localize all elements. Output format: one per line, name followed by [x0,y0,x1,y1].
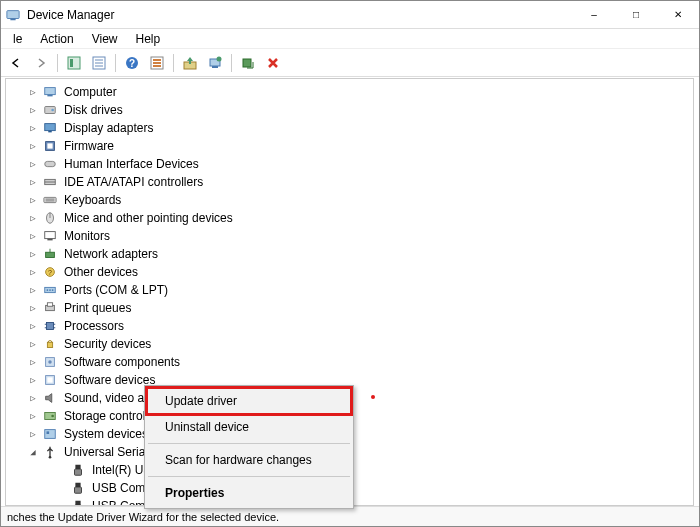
svg-point-58 [51,415,54,418]
svg-point-42 [47,289,49,291]
statusbar: nches the Update Driver Wizard for the s… [1,506,699,526]
svg-rect-62 [75,465,80,469]
svg-rect-20 [47,95,52,97]
security-icon [42,336,58,352]
scan-hardware-icon[interactable] [204,52,226,74]
expander-icon[interactable]: ▷ [26,373,40,387]
tree-node-label: Keyboards [62,193,123,207]
svg-rect-1 [10,18,15,20]
tree-node-label: Mice and other pointing devices [62,211,235,225]
tree-node[interactable]: ▷Ports (COM & LPT) [14,281,693,299]
svg-rect-3 [70,59,73,67]
expander-icon[interactable]: ▷ [26,175,40,189]
menu-help[interactable]: Help [128,31,169,47]
expander-icon[interactable]: ▷ [26,103,40,117]
tree-node-label: Display adapters [62,121,155,135]
expander-icon[interactable]: ▷ [26,283,40,297]
expander-icon[interactable]: ▷ [26,427,40,441]
tree-node[interactable]: ▷IDE ATA/ATAPI controllers [14,173,693,191]
toolbar-separator [231,54,232,72]
update-driver-icon[interactable] [179,52,201,74]
context-menu-item[interactable]: Scan for hardware changes [147,447,351,473]
expander-icon[interactable]: ▷ [26,409,40,423]
tree-node[interactable]: ▷Disk drives [14,101,693,119]
menu-file[interactable]: le [5,31,30,47]
svg-rect-37 [46,252,55,257]
help-icon[interactable]: ? [121,52,143,74]
enable-device-icon[interactable] [237,52,259,74]
device-manager-icon [5,7,21,23]
tree-node[interactable]: ▷Monitors [14,227,693,245]
expander-icon[interactable]: ▷ [26,121,40,135]
back-arrow-icon[interactable] [5,52,27,74]
maximize-button[interactable]: □ [615,1,657,29]
context-menu-separator [148,443,350,444]
svg-rect-56 [47,377,52,382]
expander-icon[interactable]: ◢ [26,445,40,459]
close-button[interactable]: ✕ [657,1,699,29]
svg-rect-30 [44,197,56,202]
tree-node[interactable]: ▷Keyboards [14,191,693,209]
expander-icon[interactable]: ▷ [26,247,40,261]
expander-icon[interactable]: ▷ [26,391,40,405]
svg-point-17 [217,56,222,61]
tree-node-label: Security devices [62,337,153,351]
tree-node[interactable]: ▷Security devices [14,335,693,353]
tree-node[interactable]: ▷Computer [14,83,693,101]
sound-icon [42,390,58,406]
hid-icon [42,156,58,172]
menu-view[interactable]: View [84,31,126,47]
minimize-button[interactable]: – [573,1,615,29]
expander-icon[interactable]: ▷ [26,139,40,153]
tree-node-label: Monitors [62,229,112,243]
tree-node[interactable]: ▷Firmware [14,137,693,155]
svg-point-44 [52,289,54,291]
tree-node-label: Processors [62,319,126,333]
expander-icon[interactable]: ▷ [26,85,40,99]
tree-node[interactable]: ▷Mice and other pointing devices [14,209,693,227]
cpu-icon [42,318,58,334]
tree-node[interactable]: ▷Network adapters [14,245,693,263]
svg-point-22 [51,109,54,112]
context-menu-item[interactable]: Update driver [147,388,351,414]
expander-icon[interactable]: ▷ [26,229,40,243]
tree-node[interactable]: ▷Print queues [14,299,693,317]
tree-node-label: Firmware [62,139,116,153]
expander-icon[interactable]: ▷ [26,319,40,333]
forward-arrow-icon[interactable] [30,52,52,74]
disable-device-icon[interactable] [262,52,284,74]
svg-rect-52 [47,342,52,347]
system-icon [42,426,58,442]
menu-action[interactable]: Action [32,31,81,47]
toolbar-separator [115,54,116,72]
show-hide-tree-icon[interactable] [63,52,85,74]
expander-icon[interactable]: ▷ [26,337,40,351]
properties-icon[interactable] [88,52,110,74]
titlebar: Device Manager – □ ✕ [1,1,699,29]
tree-node[interactable]: ▷Software components [14,353,693,371]
action-list-icon[interactable] [146,52,168,74]
context-menu-item[interactable]: Properties [147,480,351,506]
svg-rect-0 [7,10,19,18]
expander-icon[interactable]: ▷ [26,157,40,171]
tree-node[interactable]: ▷Processors [14,317,693,335]
context-menu-item[interactable]: Uninstall device [147,414,351,440]
annotation-dot [371,395,375,399]
expander-icon[interactable]: ▷ [26,265,40,279]
tree-node[interactable]: ▷Human Interface Devices [14,155,693,173]
expander-icon[interactable]: ▷ [26,211,40,225]
expander-icon[interactable]: ▷ [26,193,40,207]
firmware-icon [42,138,58,154]
usb-icon [42,444,58,460]
context-menu: Update driverUninstall deviceScan for ha… [144,385,354,509]
svg-rect-12 [153,62,161,64]
tree-node-label: Network adapters [62,247,160,261]
svg-rect-64 [75,483,80,487]
expander-icon [54,499,68,506]
tree-node[interactable]: ▷?Other devices [14,263,693,281]
tree-node[interactable]: ▷Display adapters [14,119,693,137]
expander-icon[interactable]: ▷ [26,355,40,369]
svg-rect-19 [45,88,56,95]
svg-rect-59 [45,430,56,439]
expander-icon[interactable]: ▷ [26,301,40,315]
